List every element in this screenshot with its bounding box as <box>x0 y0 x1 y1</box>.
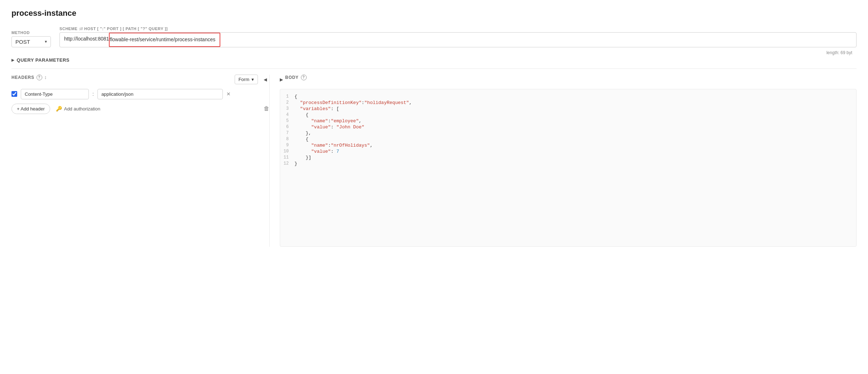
add-header-button[interactable]: + Add header <box>11 104 50 114</box>
headers-left: HEADERS ? ↕ <box>11 75 47 85</box>
url-input-wrapper[interactable]: http://localhost:8081 flowable-rest/serv… <box>59 32 857 47</box>
header-key-input[interactable] <box>21 89 89 99</box>
form-dropdown[interactable]: Form ▾ <box>235 75 258 84</box>
code-line-3: 3 "variables": [ <box>280 106 856 112</box>
code-line-11: 11 }] <box>280 155 856 161</box>
add-header-label: + Add header <box>17 106 45 112</box>
body-expand-arrow[interactable]: ▶ <box>280 77 283 82</box>
headers-panel: HEADERS ? ↕ Form ▾ ◀ <box>11 75 269 247</box>
url-prefix: http://localhost:8081 <box>60 33 109 47</box>
code-line-5: 5 "name":"employee", <box>280 118 856 124</box>
header-delete-icon[interactable]: ✕ <box>226 91 231 97</box>
body-help-icon[interactable]: ? <box>301 75 307 80</box>
method-value: POST <box>15 39 43 45</box>
body-section: ▶ BODY ? 1 { 2 "processDefiniti <box>273 75 857 247</box>
scheme-container: SCHEME :// HOST [ ":" PORT ] [ PATH [ "?… <box>59 27 857 47</box>
form-dropdown-arrow: ▾ <box>251 77 254 82</box>
key-icon: 🔑 <box>56 106 62 112</box>
form-label: Form <box>239 77 249 82</box>
headers-help-icon[interactable]: ? <box>37 75 42 80</box>
code-line-9: 9 "name":"nrOfHolidays", <box>280 142 856 148</box>
scheme-label: SCHEME :// HOST [ ":" PORT ] [ PATH [ "?… <box>59 27 857 31</box>
add-authorization-button[interactable]: 🔑 Add authorization <box>56 106 100 112</box>
code-line-7: 7 }, <box>280 130 856 136</box>
trash-icon[interactable]: 🗑 <box>264 105 269 112</box>
page-container: process-instance METHOD POST ▾ SCHEME :/… <box>0 0 868 374</box>
main-content: HEADERS ? ↕ Form ▾ ◀ <box>11 75 857 247</box>
header-value-input[interactable] <box>97 89 223 99</box>
code-editor[interactable]: 1 { 2 "processDefinitionKey":"holidayReq… <box>280 89 857 247</box>
colon-separator: : <box>92 91 94 97</box>
code-line-2: 2 "processDefinitionKey":"holidayRequest… <box>280 100 856 106</box>
page-title: process-instance <box>11 9 857 18</box>
code-line-12: 12 } <box>280 161 856 167</box>
code-line-1: 1 { <box>280 94 856 100</box>
method-dropdown-arrow: ▾ <box>45 39 47 44</box>
header-checkbox[interactable] <box>11 91 17 97</box>
query-params-label: QUERY PARAMETERS <box>17 57 70 63</box>
actions-row: + Add header 🔑 Add authorization 🗑 <box>11 104 269 114</box>
query-params-section: ▶ QUERY PARAMETERS <box>11 57 857 63</box>
url-length: length: 69 byt <box>826 50 852 55</box>
url-highlighted-path[interactable]: flowable-rest/service/runtime/process-in… <box>109 33 220 47</box>
query-params-toggle[interactable]: ▶ QUERY PARAMETERS <box>11 57 857 63</box>
code-line-8: 8 { <box>280 136 856 142</box>
method-select[interactable]: POST ▾ <box>11 36 51 47</box>
code-line-6: 6 "value": "John Doe" <box>280 124 856 130</box>
headers-top-row: HEADERS ? ↕ Form ▾ ◀ <box>11 75 269 85</box>
code-line-10: 10 "value": 7 <box>280 148 856 155</box>
header-row: : ✕ <box>11 89 269 99</box>
collapse-arrow[interactable]: ◀ <box>261 75 269 84</box>
body-label: BODY ? <box>285 75 307 80</box>
headers-sort-icon[interactable]: ↕ <box>44 75 47 80</box>
method-container: METHOD POST ▾ <box>11 30 51 47</box>
body-label-row: ▶ BODY ? <box>280 75 857 85</box>
headers-label: HEADERS ? ↕ <box>11 75 47 80</box>
body-panel: ▶ BODY ? 1 { 2 "processDefiniti <box>269 75 857 247</box>
query-params-arrow: ▶ <box>11 58 15 62</box>
divider <box>11 68 857 69</box>
code-line-4: 4 { <box>280 112 856 118</box>
method-label: METHOD <box>11 30 51 35</box>
add-auth-label: Add authorization <box>64 106 100 112</box>
